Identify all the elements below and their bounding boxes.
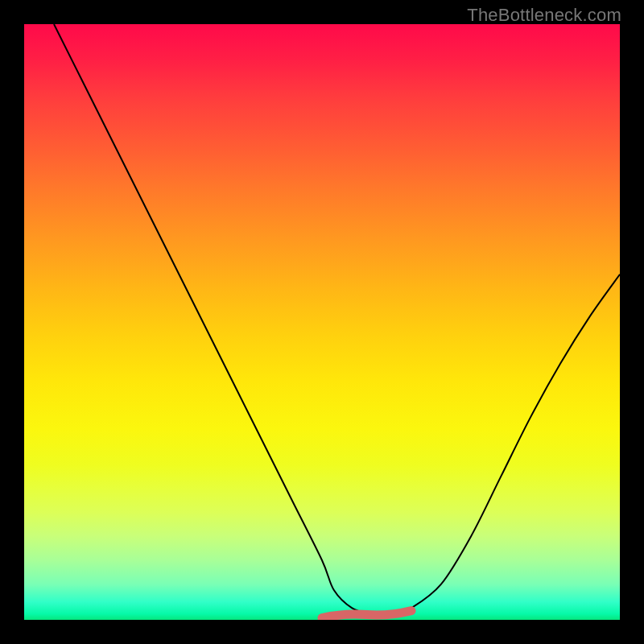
plot-area: [24, 24, 620, 620]
watermark-text: TheBottleneck.com: [467, 5, 621, 26]
chart-frame: TheBottleneck.com: [0, 0, 644, 644]
bottleneck-curve: [24, 24, 620, 620]
